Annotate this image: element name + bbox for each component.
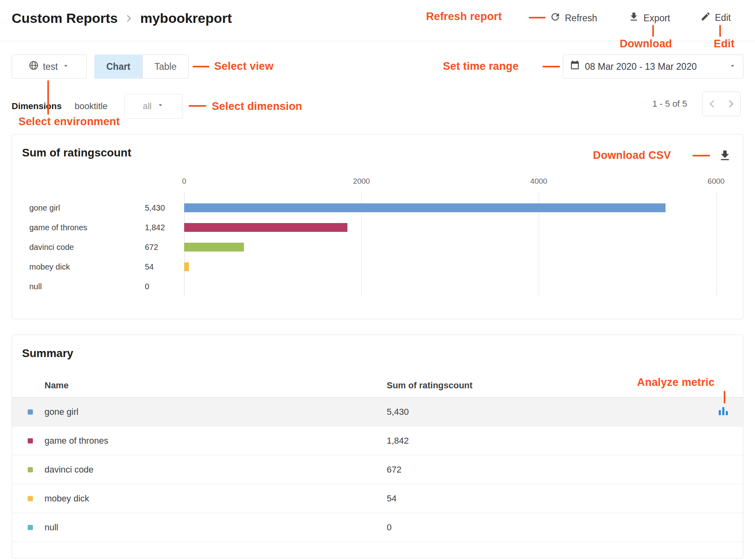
summary-card: Summary Name Sum of ratingscount gone gi… [12,335,743,558]
page: Custom Reports mybookreport Refresh Expo… [0,0,755,560]
tab-chart[interactable]: Chart [94,55,142,79]
chart-bar[interactable] [184,262,189,271]
download-csv-icon[interactable] [718,149,732,164]
annotation-download: Download [610,38,682,50]
refresh-button[interactable]: Refresh [550,11,597,25]
breadcrumb-root[interactable]: Custom Reports [12,10,118,26]
series-color-swatch [28,467,33,472]
annotation-select-environment: Select environment [18,116,120,128]
page-next-button[interactable] [723,93,739,115]
annotation-line [193,66,209,67]
series-color-swatch [28,409,33,414]
breadcrumb-current: mybookreport [140,10,232,26]
dimension-name-label: booktitle [75,101,108,112]
chart-category-label: mobey dick [29,262,70,271]
x-axis-tick: 0 [182,177,187,186]
annotation-line [652,25,654,37]
chart-value-label: 0 [145,282,149,291]
date-range-value: 08 Mar 2020 - 13 Mar 2020 [585,61,697,72]
chart-bar-track [184,223,716,232]
refresh-label: Refresh [565,13,597,24]
chart-bar[interactable] [184,223,347,232]
environment-selector[interactable]: test [12,55,87,79]
bar-chart: gone girl 5,430 game of thrones 1,842 da… [12,198,743,296]
chart-category-label: game of thrones [29,223,87,232]
row-name: davinci code [45,465,93,475]
annotation-select-view: Select view [214,60,274,73]
chart-category-label: gone girl [29,203,60,212]
chart-row: davinci code 672 [12,237,743,257]
pagination-controls [702,91,741,116]
refresh-icon [550,11,561,25]
row-name: gone girl [45,407,78,417]
series-color-swatch [28,525,33,530]
tab-table[interactable]: Table [142,55,189,79]
row-value: 1,842 [387,436,409,446]
annotation-line [719,25,721,37]
table-row[interactable]: null 0 [12,513,743,542]
chart-category-label: null [29,282,42,291]
annotation-line [542,66,560,67]
chevron-right-icon [124,14,134,23]
annotation-line [724,391,725,404]
analyze-metric-icon[interactable] [717,405,729,419]
chart-value-label: 54 [145,262,154,271]
page-previous-button[interactable] [704,93,720,115]
chevron-down-icon [729,61,737,72]
series-color-swatch [28,438,33,443]
pencil-icon [700,11,711,24]
chart-value-label: 5,430 [145,203,165,212]
chart-bar-track [184,282,716,291]
annotation-select-dimension: Select dimension [212,100,302,113]
x-axis-tick: 2000 [353,177,370,186]
chevron-down-icon [156,101,164,112]
annotation-line [47,80,49,115]
series-color-swatch [28,496,33,501]
dimensions-label: Dimensions [12,101,62,112]
annotation-set-time-range: Set time range [443,60,519,73]
annotation-refresh-report: Refresh report [426,10,502,23]
chart-row: null 0 [12,276,743,296]
edit-button[interactable]: Edit [700,11,731,24]
table-row[interactable]: mobey dick 54 [12,484,743,513]
table-row[interactable]: game of thrones 1,842 [12,426,743,455]
row-name: mobey dick [45,493,89,504]
table-row[interactable]: gone girl 5,430 [12,398,743,426]
export-button[interactable]: Export [628,11,670,25]
row-value: 672 [387,465,402,475]
export-label: Export [643,13,670,24]
row-name: game of thrones [45,436,108,446]
summary-table-header: Name Sum of ratingscount [12,373,743,398]
table-row[interactable]: davinci code 672 [12,455,743,484]
download-icon [628,11,639,25]
chart-bar[interactable] [184,243,244,252]
edit-label: Edit [715,12,731,23]
view-toggle: Chart Table [94,55,189,79]
row-value: 54 [387,493,396,504]
row-value: 5,430 [387,407,409,417]
date-range-picker[interactable]: 08 Mar 2020 - 13 Mar 2020 [563,55,743,79]
annotation-edit: Edit [702,38,746,50]
header: Custom Reports mybookreport Refresh Expo… [0,0,755,41]
chart-value-label: 1,842 [145,223,165,232]
summary-title: Summary [22,347,73,360]
chart-row: gone girl 5,430 [12,198,743,217]
column-header-value: Sum of ratingscount [387,373,473,398]
annotation-line [189,105,206,107]
annotation-download-csv: Download CSV [593,149,671,162]
chart-row: mobey dick 54 [12,257,743,276]
chart-bar-track [184,262,716,271]
chart-title: Sum of ratingscount [22,146,131,159]
dimension-filter-dropdown[interactable]: all [124,94,183,119]
x-axis-tick: 6000 [708,177,725,186]
row-name: null [45,522,58,533]
row-value: 0 [387,522,392,533]
chart-bar-track [184,243,716,252]
chart-bar-track [184,203,716,212]
annotation-analyze-metric: Analyze metric [637,376,714,389]
annotation-line [692,155,710,156]
chart-bar[interactable] [184,203,666,212]
summary-table-body: gone girl 5,430 game of thrones 1,842 da… [12,398,743,542]
chart-row: game of thrones 1,842 [12,217,743,237]
dimension-filter-value: all [143,101,152,112]
